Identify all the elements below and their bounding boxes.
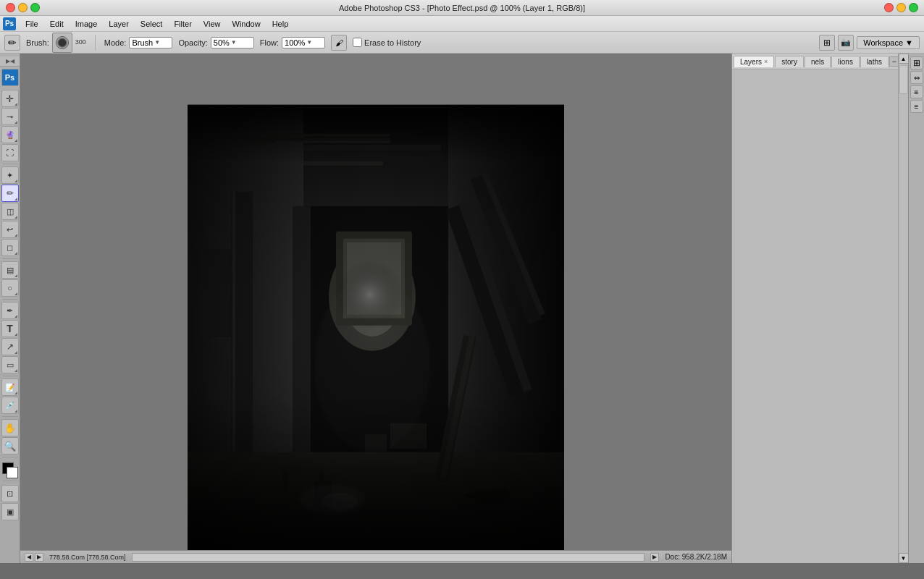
tab-layers-close[interactable]: × [764,58,768,65]
shape-arrow [14,369,17,372]
flow-section: Flow: 100% ▼ [260,37,325,48]
clone-tool[interactable]: ◫ [1,203,19,220]
close-btn-right[interactable] [884,3,894,12]
max-btn-left[interactable] [30,3,40,12]
airbrush-btn[interactable]: 🖌 [331,35,347,51]
tool-preset-picker[interactable]: ✏ [4,35,20,51]
gradient-arrow [14,274,17,277]
move-tool[interactable]: ✛ [1,90,19,107]
mode-value: Brush [132,38,153,47]
menu-select[interactable]: Select [135,18,168,30]
main-layout: ▶◀ Ps ✛ ⊸ 🔮 ⛶ ✦ ✏ ◫ [0,54,924,563]
zoom-tool[interactable]: 🔍 [1,437,19,455]
tab-layers[interactable]: Layers × [734,56,774,67]
scroll-thumb[interactable] [899,65,908,94]
horizontal-scrollbar[interactable] [132,553,645,562]
gradient-tool[interactable]: ▤ [1,261,19,279]
brush-picker[interactable] [52,33,72,53]
erase-history-field[interactable]: Erase to History [353,38,421,47]
quick-sel-tool[interactable]: 🔮 [1,126,19,143]
extra-btn-2[interactable]: 📷 [838,35,854,51]
hand-tool[interactable]: ✋ [1,419,19,436]
svg-rect-44 [188,105,564,250]
panel-content [732,69,898,563]
coordinates-display: 778.58.Com [778.58.Com] [49,554,126,561]
close-btn-left[interactable] [6,3,15,12]
lasso-tool[interactable]: ⊸ [1,108,19,125]
nav-right-btn[interactable]: ▶ [35,553,43,562]
history-brush-tool[interactable]: ↩ [1,221,19,238]
menu-edit[interactable]: Edit [45,18,69,30]
fullscreen-btn[interactable]: ▣ [1,503,19,520]
sep-1 [2,164,18,164]
tab-history-label: story [781,58,797,66]
brush-tool[interactable]: ✏ [1,185,19,202]
sep-3 [2,299,18,300]
eyedropper-tool[interactable]: 💉 [1,397,19,414]
pen-tool[interactable]: ✒ [1,302,19,319]
ps-logo: Ps [3,17,16,30]
background-color[interactable] [7,467,18,478]
crop-tool[interactable]: ⛶ [1,144,19,161]
color-swatches[interactable] [2,462,18,478]
right-scrollbar: ▲ ▼ [898,54,908,563]
tab-layers-label: Layers [740,58,762,66]
eraser-tool[interactable]: ◻ [1,239,19,256]
menu-window[interactable]: Window [227,18,266,30]
menu-image[interactable]: Image [70,18,103,30]
scroll-down-btn[interactable]: ▼ [899,553,909,563]
menu-help[interactable]: Help [267,18,294,30]
strip-btn-2[interactable]: ⇔ [910,71,923,84]
strip-btn-1[interactable]: ⊞ [910,56,923,69]
opacity-arrow: ▼ [231,39,237,46]
opacity-value: 50% [214,38,230,47]
path-sel-tool[interactable]: ↗ [1,338,19,355]
shape-tool[interactable]: ▭ [1,356,19,373]
spot-heal-tool[interactable]: ✦ [1,166,19,184]
menu-filter[interactable]: Filter [169,18,196,30]
scroll-up-btn[interactable]: ▲ [899,54,909,64]
strip-btn-4[interactable]: ≡ [910,100,923,113]
max-btn-right[interactable] [909,3,918,12]
tab-paths[interactable]: laths [860,56,889,67]
min-btn-right[interactable] [896,3,906,12]
panel-minimize-btn[interactable]: – [889,56,898,67]
screen-mode-btn[interactable]: ⊡ [1,485,19,502]
tab-history[interactable]: story [775,56,804,67]
mode-dropdown[interactable]: Brush ▼ [129,37,172,48]
strip-btn-3[interactable]: ≡ [910,85,923,98]
min-btn-left[interactable] [18,3,28,12]
window-controls-right[interactable] [884,3,918,12]
right-area: Layers × story nels lions laths – × [731,54,924,563]
pathsel-arrow [14,351,17,354]
flow-dropdown[interactable]: 100% ▼ [282,37,325,48]
dodge-tool[interactable]: ○ [1,279,19,297]
nav-end-btn[interactable]: ▶ [650,553,659,562]
nav-left-btn[interactable]: ◀ [25,553,33,562]
sep-5 [2,416,18,417]
tab-actions[interactable]: lions [831,56,860,67]
menu-view[interactable]: View [198,18,226,30]
separator-1 [95,35,96,51]
status-nav-left: ◀ ▶ [25,553,43,562]
erase-history-checkbox[interactable] [353,38,362,47]
flow-value: 100% [285,38,305,47]
sep-2 [2,258,18,259]
window-controls-left[interactable] [6,3,40,12]
opacity-dropdown[interactable]: 50% ▼ [211,37,254,48]
tab-channels[interactable]: nels [805,56,831,67]
notes-tool[interactable]: 📝 [1,379,19,396]
type-arrow [14,333,17,336]
brush-label: Brush: [26,38,49,47]
extra-btn-1[interactable]: ⊞ [819,35,835,51]
dodge-arrow [14,292,17,295]
workspace-button[interactable]: Workspace ▼ [857,36,920,49]
menu-layer[interactable]: Layer [104,18,134,30]
menu-file[interactable]: File [20,18,43,30]
brush-circle-icon [56,36,69,49]
spot-heal-arrow [14,179,17,182]
opacity-section: Opacity: 50% ▼ [178,37,253,48]
toolbar-expand[interactable]: ▶◀ [0,56,20,67]
type-tool[interactable]: T [1,320,19,337]
tab-paths-label: laths [867,58,882,66]
